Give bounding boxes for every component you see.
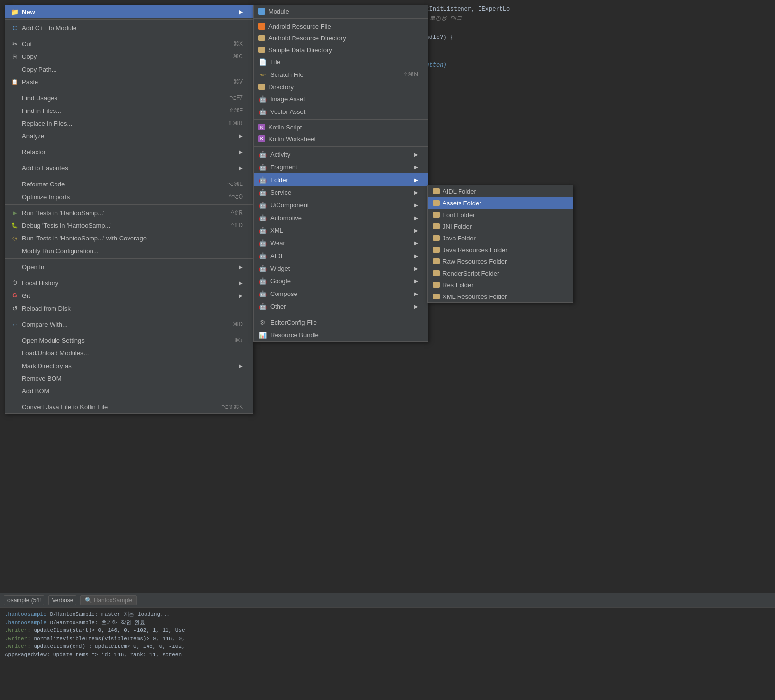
menu-item-compare-with[interactable]: Compare With... ⌘D (5, 318, 253, 331)
menu-item-aidl-folder[interactable]: AIDL Folder (428, 185, 573, 197)
open-in-icon (10, 262, 19, 271)
separator (5, 275, 253, 275)
menu-item-aidl[interactable]: 🤖 AIDL ▶ (254, 249, 428, 262)
menu-item-automotive[interactable]: 🤖 Automotive ▶ (254, 211, 428, 224)
menu-item-run-tests[interactable]: Run 'Tests in 'HantooSamp...' ^⇧R (5, 206, 253, 219)
menu-item-optimize-imports[interactable]: Optimize Imports ^⌥O (5, 190, 253, 203)
cpp-icon: C (10, 23, 19, 32)
menu-item-analyze[interactable]: Analyze ▶ (5, 129, 253, 142)
coverage-icon (10, 234, 19, 242)
menu-item-reformat-code[interactable]: Reformat Code ⌥⌘L (5, 178, 253, 190)
menu-item-replace-in-files[interactable]: Replace in Files... ⇧⌘R (5, 117, 253, 129)
menu-item-image-asset[interactable]: 🤖 Image Asset (254, 92, 428, 105)
menu-item-modify-run[interactable]: Modify Run Configuration... (5, 244, 253, 257)
menu-item-google[interactable]: 🤖 Google ▶ (254, 275, 428, 287)
menu-item-debug-tests[interactable]: Debug 'Tests in 'HantooSamp...' ^⇧D (5, 219, 253, 232)
menu-item-fragment[interactable]: 🤖 Fragment ▶ (254, 161, 428, 173)
menu-label: Automotive (270, 214, 410, 221)
java-folder-icon (433, 235, 440, 241)
menu-label: Local History (22, 279, 235, 287)
menu-item-assets-folder[interactable]: Assets Folder (428, 197, 573, 209)
menu-label: Reload from Disk (22, 305, 243, 312)
menu-item-copy[interactable]: Copy ⌘C (5, 50, 253, 63)
menu-item-file[interactable]: 📄 File (254, 55, 428, 68)
code-line (419, 42, 770, 52)
module-icon (258, 8, 265, 15)
menu-item-raw-resources-folder[interactable]: Raw Resources Folder (428, 256, 573, 267)
new-icon: 📁 (10, 7, 19, 16)
menu-item-wear[interactable]: 🤖 Wear ▶ (254, 237, 428, 249)
menu-item-android-resource-dir[interactable]: Android Resource Directory (254, 32, 428, 44)
menu-item-activity[interactable]: 🤖 Activity ▶ (254, 148, 428, 161)
menu-item-editor-config[interactable]: ⚙ EditorConfig File (254, 316, 428, 329)
menu-item-add-favorites[interactable]: Add to Favorites ▶ (5, 162, 253, 174)
menu-item-find-in-files[interactable]: Find in Files... ⇧⌘F (5, 104, 253, 117)
menu-item-cut[interactable]: Cut ⌘X (5, 37, 253, 50)
submenu-arrow: ▶ (414, 177, 418, 183)
renderscript-folder-icon (433, 270, 440, 276)
menu-item-new[interactable]: 📁 New ▶ (5, 5, 253, 18)
menu-item-font-folder[interactable]: Font Folder (428, 209, 573, 221)
shortcut: ^⌥O (229, 193, 243, 200)
menu-item-vector-asset[interactable]: 🤖 Vector Asset (254, 105, 428, 118)
console-search[interactable]: 🔍 HantooSample (80, 595, 137, 605)
menu-item-convert-java[interactable]: Convert Java File to Kotlin File ⌥⇧⌘K (5, 401, 253, 413)
menu-item-jni-folder[interactable]: JNI Folder (428, 221, 573, 232)
menu-item-res-folder[interactable]: Res Folder (428, 279, 573, 291)
sample-data-dir-icon (258, 47, 265, 53)
menu-item-resource-bundle[interactable]: 📊 Resource Bundle (254, 329, 428, 341)
xml-resources-folder-icon (433, 294, 440, 299)
menu-item-ui-component[interactable]: 🤖 UiComponent ▶ (254, 199, 428, 211)
menu-item-android-resource-file[interactable]: Android Resource File (254, 20, 428, 32)
menu-label: Copy Path... (22, 66, 243, 73)
console-dropdown[interactable]: osample (54! (4, 595, 44, 605)
menu-item-reload-from-disk[interactable]: Reload from Disk (5, 302, 253, 314)
load-modules-icon (10, 349, 19, 357)
submenu-arrow: ▶ (414, 215, 418, 221)
menu-item-xml-resources-folder[interactable]: XML Resources Folder (428, 291, 573, 302)
menu-item-open-in[interactable]: Open In ▶ (5, 260, 253, 273)
menu-item-kotlin-script[interactable]: K Kotlin Script (254, 121, 428, 133)
menu-item-paste[interactable]: Paste ⌘V (5, 75, 253, 88)
menu-label: Res Folder (443, 281, 563, 289)
verbose-dropdown[interactable]: Verbose (48, 595, 76, 605)
menu-item-module[interactable]: Module (254, 5, 428, 17)
menu-item-refactor[interactable]: Refactor ▶ (5, 146, 253, 158)
menu-item-add-bom[interactable]: Add BOM (5, 385, 253, 397)
menu-label: UiComponent (270, 202, 410, 209)
menu-item-sample-data-dir[interactable]: Sample Data Directory (254, 44, 428, 55)
menu-item-directory[interactable]: Directory (254, 81, 428, 92)
submenu-arrow: ▶ (414, 190, 418, 195)
menu-item-widget[interactable]: 🤖 Widget ▶ (254, 262, 428, 275)
submenu-arrow: ▶ (239, 363, 243, 368)
menu-item-local-history[interactable]: Local History ▶ (5, 276, 253, 289)
menu-item-folder[interactable]: 🤖 Folder ▶ (254, 173, 428, 186)
remove-bom-icon (10, 374, 19, 383)
menu-item-other[interactable]: 🤖 Other ▶ (254, 300, 428, 313)
menu-item-run-with-coverage[interactable]: Run 'Tests in 'HantooSamp...' with Cover… (5, 232, 253, 244)
menu-item-scratch-file[interactable]: ✏ Scratch File ⇧⌘N (254, 68, 428, 81)
menu-label: Load/Unload Modules... (22, 350, 243, 357)
shortcut: ^⇧D (231, 222, 243, 229)
menu-item-java-folder[interactable]: Java Folder (428, 232, 573, 244)
submenu-arrow: ▶ (239, 264, 243, 270)
context-menu-level3: AIDL Folder Assets Folder Font Folder JN… (427, 185, 573, 303)
menu-label: Add to Favorites (22, 165, 235, 172)
menu-item-xml[interactable]: 🤖 XML ▶ (254, 224, 428, 237)
menu-item-renderscript-folder[interactable]: RenderScript Folder (428, 267, 573, 279)
menu-item-add-cpp[interactable]: C Add C++ to Module (5, 21, 253, 34)
menu-item-service[interactable]: 🤖 Service ▶ (254, 186, 428, 199)
xml-icon: 🤖 (258, 226, 267, 235)
menu-item-find-usages[interactable]: Find Usages ⌥F7 (5, 92, 253, 104)
menu-item-mark-directory-as[interactable]: Mark Directory as ▶ (5, 359, 253, 372)
menu-item-java-resources-folder[interactable]: Java Resources Folder (428, 244, 573, 256)
jni-folder-icon (433, 223, 440, 229)
menu-item-load-unload-modules[interactable]: Load/Unload Modules... (5, 347, 253, 359)
directory-icon (258, 84, 265, 90)
menu-item-open-module-settings[interactable]: Open Module Settings ⌘↓ (5, 334, 253, 347)
menu-item-remove-bom[interactable]: Remove BOM (5, 372, 253, 385)
menu-item-compose[interactable]: 🤖 Compose ▶ (254, 287, 428, 300)
menu-item-git[interactable]: Git ▶ (5, 289, 253, 302)
menu-item-kotlin-worksheet[interactable]: K Kotlin Worksheet (254, 133, 428, 145)
menu-item-copy-path[interactable]: Copy Path... (5, 63, 253, 75)
